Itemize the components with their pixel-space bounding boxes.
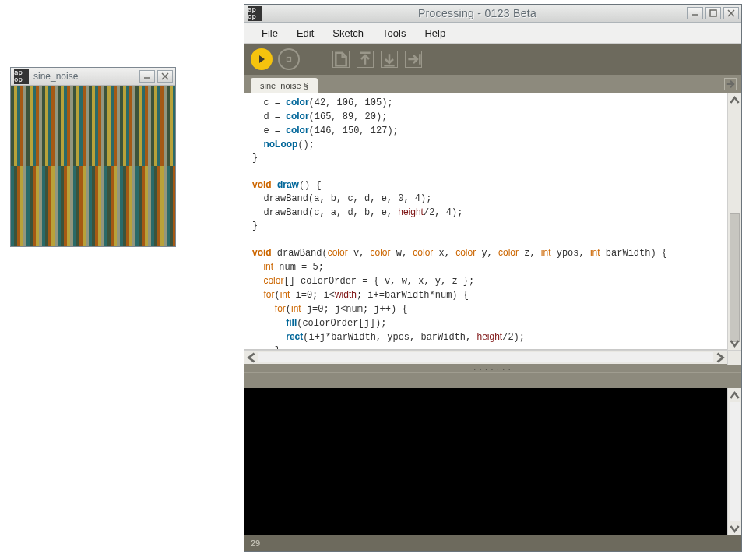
tab-sine-noise[interactable]: sine_noise § — [251, 78, 318, 93]
scrollbar-thumb[interactable] — [730, 402, 740, 521]
sketch-output-window: ap op sine_noise — [10, 67, 176, 247]
save-button[interactable] — [381, 51, 398, 68]
pane-splitter[interactable]: ....... — [244, 364, 741, 372]
svg-rect-1 — [287, 58, 291, 62]
editor-vertical-scrollbar[interactable] — [727, 93, 741, 350]
menu-file[interactable]: File — [252, 27, 287, 39]
menu-edit[interactable]: Edit — [287, 27, 323, 39]
svg-rect-0 — [710, 10, 716, 16]
line-number: 29 — [251, 538, 260, 548]
scroll-down-arrow-icon[interactable] — [728, 521, 741, 535]
toolbar — [244, 44, 741, 75]
scroll-down-arrow-icon[interactable] — [728, 336, 741, 350]
editor-area: c = color(42, 106, 105); d = color(165, … — [244, 93, 741, 350]
ide-title: Processing - 0123 Beta — [267, 8, 687, 19]
sketch-title: sine_noise — [33, 71, 139, 82]
ide-window: ap op Processing - 0123 Beta File Edit S… — [244, 4, 742, 552]
open-button[interactable] — [357, 51, 374, 68]
new-tab-button[interactable] — [724, 78, 737, 90]
code-editor[interactable]: c = color(42, 106, 105); d = color(165, … — [244, 93, 727, 350]
scrollbar-thumb[interactable] — [258, 352, 713, 362]
editor-horizontal-scrollbar[interactable] — [244, 350, 741, 364]
scrollbar-thumb[interactable] — [730, 213, 740, 342]
close-button[interactable] — [157, 70, 173, 83]
status-bar: 29 — [244, 535, 741, 551]
tabbar: sine_noise § — [244, 75, 741, 93]
console-output[interactable] — [244, 388, 727, 535]
scroll-right-arrow-icon[interactable] — [713, 351, 727, 365]
sketch-titlebar[interactable]: ap op sine_noise — [11, 68, 175, 86]
menubar: File Edit Sketch Tools Help — [244, 23, 741, 44]
sketch-canvas — [11, 86, 175, 246]
sketch-app-icon: ap op — [14, 69, 29, 84]
code-text[interactable]: c = color(42, 106, 105); d = color(165, … — [244, 93, 727, 350]
scrollbar-corner — [727, 351, 741, 365]
new-sketch-button[interactable] — [332, 51, 350, 68]
ide-titlebar[interactable]: ap op Processing - 0123 Beta — [244, 5, 741, 23]
scrollbar-track[interactable] — [258, 351, 713, 364]
export-button[interactable] — [405, 51, 422, 68]
scroll-up-arrow-icon[interactable] — [728, 388, 741, 402]
menu-sketch[interactable]: Sketch — [323, 27, 373, 39]
console-vertical-scrollbar[interactable] — [727, 388, 741, 535]
stop-button[interactable] — [278, 48, 300, 70]
minimize-button[interactable] — [139, 70, 155, 83]
minimize-button[interactable] — [687, 7, 703, 19]
console-area — [244, 388, 741, 535]
menu-tools[interactable]: Tools — [373, 27, 415, 39]
message-bar — [244, 372, 741, 388]
menu-help[interactable]: Help — [415, 27, 455, 39]
scroll-up-arrow-icon[interactable] — [728, 93, 741, 107]
ide-app-icon: ap op — [248, 6, 262, 21]
run-button[interactable] — [251, 48, 273, 70]
close-button[interactable] — [723, 7, 739, 19]
scroll-left-arrow-icon[interactable] — [244, 351, 258, 365]
maximize-button[interactable] — [705, 7, 721, 19]
